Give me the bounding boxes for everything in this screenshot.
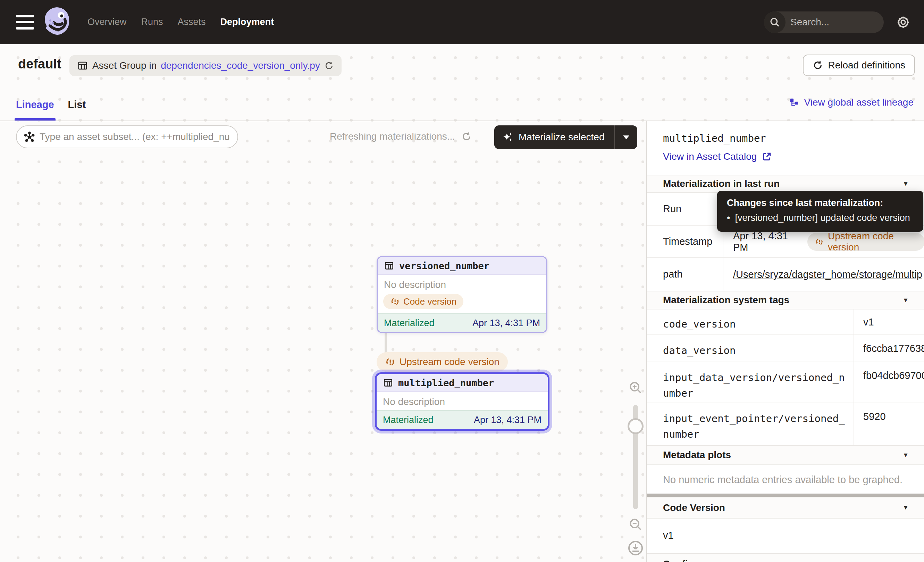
asset-node-versioned-number[interactable]: versioned_number No description Code ver… (376, 256, 548, 333)
view-global-asset-lineage-label: View global asset lineage (804, 97, 914, 108)
zoom-out-icon[interactable] (628, 517, 643, 532)
materialized-status: Materialized (383, 415, 434, 425)
asset-subset-filter[interactable] (16, 125, 238, 148)
tooltip-item: [versioned_number] updated code version (735, 213, 910, 223)
path-link[interactable]: /Users/sryza/dagster_home/storage/multip (733, 269, 922, 280)
asset-group-label: Asset Group in (92, 60, 156, 71)
tag-row: data_version f6ccba177638 (647, 335, 924, 362)
collapse-caret-icon[interactable]: ▼ (903, 180, 909, 188)
section-label: Code Version (663, 502, 725, 513)
table-grid-icon (384, 260, 394, 271)
upstream-code-version-label: Upstream code version (399, 356, 500, 368)
upstream-code-version-badge[interactable]: Upstream code version (376, 352, 508, 372)
reload-definitions-button[interactable]: Reload definitions (803, 54, 915, 76)
tag-row: input_data_version/versioned_number fb04… (647, 362, 924, 403)
row-label: path (647, 258, 723, 291)
download-image-icon[interactable] (627, 540, 644, 556)
collapse-caret-icon[interactable]: ▼ (903, 297, 909, 304)
nav-item-runs[interactable]: Runs (141, 17, 163, 27)
asset-node-multiplied-number[interactable]: multiplied_number No description Materia… (375, 372, 549, 431)
tab-lineage[interactable]: Lineage (16, 89, 54, 120)
dagster-app: Overview Runs Assets Deployment / (0, 0, 924, 562)
code-version-badge[interactable]: Code version (383, 294, 464, 309)
tag-row: code_version v1 (647, 309, 924, 335)
materialize-selected-button[interactable]: Materialize selected (494, 125, 637, 149)
collapse-caret-icon[interactable]: ▼ (903, 504, 909, 511)
table-grid-icon (77, 60, 88, 71)
nav-item-assets[interactable]: Assets (178, 17, 206, 27)
reload-definitions-label: Reload definitions (828, 60, 905, 71)
tag-key: input_data_version/versioned_number (647, 362, 854, 403)
section-config[interactable]: Config (647, 553, 924, 562)
row-label: Timestamp (647, 226, 723, 257)
tab-bar: Lineage List View global asset lineage (0, 89, 924, 121)
asset-subset-input[interactable] (40, 131, 231, 143)
page-header: default Asset Group in dependencies_code… (0, 44, 924, 89)
view-in-asset-catalog-label: View in Asset Catalog (663, 151, 757, 162)
lineage-canvas[interactable]: Refreshing materializations... Materiali… (0, 121, 646, 562)
section-metadata-plots[interactable]: Metadata plots ▼ (647, 445, 924, 464)
section-label: Config (663, 559, 694, 562)
panel-splitter-handle[interactable] (647, 494, 924, 497)
upstream-code-version-badge[interactable]: Upstream code version (807, 233, 924, 251)
global-search[interactable]: / (764, 12, 884, 33)
search-input[interactable] (786, 17, 884, 28)
view-in-asset-catalog-link[interactable]: View in Asset Catalog (663, 151, 772, 162)
code-version-badge-label: Code version (404, 296, 456, 307)
metadata-empty-note: No numeric metadata entries available to… (647, 464, 924, 494)
refresh-icon[interactable] (461, 131, 472, 142)
refreshing-status: Refreshing materializations... (330, 131, 472, 142)
nav-right: / (764, 12, 924, 33)
sparkles-icon (502, 131, 514, 143)
gear-icon[interactable] (896, 15, 911, 30)
materialized-timestamp[interactable]: Apr 13, 4:31 PM (472, 318, 540, 329)
section-materialization-last-run[interactable]: Materialization in last run ▼ (647, 175, 924, 192)
tag-value: fb04dcb69700 (854, 362, 924, 403)
materialized-timestamp[interactable]: Apr 13, 4:31 PM (474, 415, 542, 425)
view-global-asset-lineage-link[interactable]: View global asset lineage (789, 97, 914, 108)
tag-value: f6ccba177638 (854, 335, 924, 362)
zoom-slider-handle[interactable] (628, 418, 644, 434)
tab-list[interactable]: List (68, 89, 86, 120)
tag-value: v1 (854, 310, 924, 335)
section-label: Metadata plots (663, 449, 731, 461)
row-path: path /Users/sryza/dagster_home/storage/m… (647, 257, 924, 291)
section-label: Materialization system tags (663, 295, 789, 306)
collapse-caret-icon[interactable]: ▼ (903, 452, 909, 459)
refreshing-label: Refreshing materializations... (330, 131, 455, 142)
tag-row: input_event_pointer/versioned_number 592… (647, 403, 924, 445)
materialized-status: Materialized (384, 318, 435, 329)
section-code-version[interactable]: Code Version ▼ (647, 497, 924, 518)
chevron-down-icon (623, 135, 629, 139)
nav-item-overview[interactable]: Overview (87, 17, 127, 27)
table-grid-icon (383, 377, 393, 388)
asset-group-file-link[interactable]: dependencies_code_version_only.py (161, 60, 320, 71)
page-title: default (18, 57, 62, 72)
nav-item-deployment[interactable]: Deployment (220, 17, 274, 27)
asset-node-description: No description (378, 275, 546, 293)
tag-value: 5920 (854, 403, 924, 445)
external-link-icon (762, 152, 772, 162)
badge-label: Upstream code version (828, 231, 917, 253)
zoom-slider[interactable] (633, 405, 638, 509)
materialize-options-dropdown[interactable] (615, 135, 637, 139)
nav-links: Overview Runs Assets Deployment (87, 17, 274, 27)
sidebar-asset-name: multiplied_number (663, 132, 766, 144)
refresh-icon[interactable] (324, 61, 334, 71)
asset-node-description: No description (376, 392, 548, 410)
asset-graph-icon (24, 131, 35, 143)
hamburger-menu-icon[interactable] (16, 15, 34, 30)
changes-tooltip: Changes since last materialization: • [v… (717, 191, 923, 232)
lineage-graph-icon (789, 97, 800, 108)
section-materialization-system-tags[interactable]: Materialization system tags ▼ (647, 291, 924, 309)
zoom-in-icon[interactable] (628, 380, 643, 395)
tag-key: code_version (647, 310, 854, 335)
asset-node-name: versioned_number (399, 260, 489, 271)
tag-key: data_version (647, 335, 854, 362)
asset-group-badge: Asset Group in dependencies_code_version… (69, 55, 342, 76)
dagster-logo-icon[interactable] (43, 6, 73, 38)
tag-key: input_event_pointer/versioned_number (647, 403, 854, 445)
sync-alert-icon (390, 297, 400, 307)
timestamp-value[interactable]: Apr 13, 4:31 PM (733, 230, 798, 253)
canvas-zoom-controls (626, 380, 645, 556)
